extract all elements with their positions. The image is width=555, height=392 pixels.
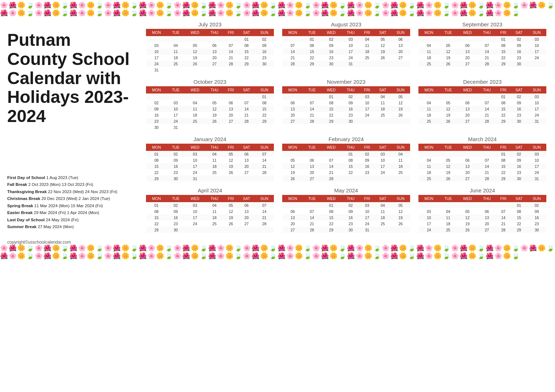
day-cell: 07 xyxy=(496,208,511,214)
table-row: 06070809101112 xyxy=(283,100,410,106)
calendar-table: MONTUEWEDTHUFRISATSUN0102030405060708091… xyxy=(146,86,274,130)
day-cell: 23 xyxy=(255,55,274,61)
day-header: FRI xyxy=(496,195,511,202)
bottom-border: 🌸🌺🌼🍃🌸🌺🌼🍃🌺🌸🌼🍃🌸🌺🌼🍃🌺🌸🌼🍃🌸🌺🌼🍃🌺🌸🌼🍃🌸🌺🌼🍃🌺🌸🌼🍃🌸🌺🌼🍃… xyxy=(0,245,555,259)
day-header: MON xyxy=(419,144,439,151)
day-cell: 15 xyxy=(321,106,341,112)
day-cell xyxy=(146,36,167,43)
day-cell: 18 xyxy=(374,214,391,221)
day-cell: 06 xyxy=(205,42,224,48)
day-cell: 17 xyxy=(167,112,185,118)
day-cell: 20 xyxy=(238,214,255,221)
day-cell: 29 xyxy=(255,118,274,124)
table-row: 0102030405 xyxy=(283,202,410,209)
day-header: SUN xyxy=(255,195,274,202)
day-header: WED xyxy=(321,29,341,36)
day-cell: 01 xyxy=(255,93,274,100)
day-cell: 02 xyxy=(341,93,360,100)
day-cell: 14 xyxy=(224,48,238,55)
table-row: 08091011121314 xyxy=(146,208,274,214)
day-cell: 19 xyxy=(439,55,457,61)
table-row: 13141516171819 xyxy=(283,106,410,112)
calendar-month: August 2023MONTUEWEDTHUFRISATSUN01020304… xyxy=(281,20,412,74)
top-border: 🌸🌺🌼🍃🌸🌺🌼🍃🌺🌸🌼🍃🌸🌺🌼🍃🌺🌸🌼🍃🌸🌺🌼🍃🌺🌸🌼🍃🌸🌺🌼🍃🌺🌸🌼🍃🌸🌺🌼🍃… xyxy=(0,2,555,16)
day-cell: 04 xyxy=(167,42,185,48)
day-header: FRI xyxy=(360,144,374,151)
day-cell: 21 xyxy=(496,221,511,227)
table-row: 2728293031 xyxy=(283,227,410,233)
day-cell xyxy=(360,175,374,182)
day-cell xyxy=(439,202,457,209)
day-cell xyxy=(185,124,205,130)
day-header: WED xyxy=(321,195,341,202)
table-row: 18192021222324 xyxy=(419,112,546,118)
day-cell xyxy=(321,151,341,157)
day-cell: 03 xyxy=(341,36,360,43)
table-row: 010203 xyxy=(419,36,546,43)
day-cell: 28 xyxy=(478,175,496,182)
day-header: MON xyxy=(146,87,167,93)
day-header: SAT xyxy=(238,144,255,151)
table-row: 22232425262728 xyxy=(146,169,274,175)
day-cell xyxy=(205,175,224,182)
day-header: SUN xyxy=(255,144,274,151)
day-cell: 13 xyxy=(457,48,478,55)
day-cell: 18 xyxy=(391,163,410,169)
day-cell xyxy=(457,93,478,100)
day-header: WED xyxy=(185,29,205,36)
day-cell xyxy=(224,175,238,182)
day-cell xyxy=(527,61,546,67)
day-cell: 30 xyxy=(255,61,274,67)
day-header: TUE xyxy=(439,195,457,202)
day-cell: 24 xyxy=(360,112,374,118)
day-cell: 11 xyxy=(391,157,410,163)
table-row: 252627282930 xyxy=(419,61,546,67)
day-cell: 11 xyxy=(419,163,439,169)
day-cell: 26 xyxy=(457,227,478,233)
table-row: 0102 xyxy=(146,36,274,43)
day-cell: 13 xyxy=(457,106,478,112)
day-cell: 15 xyxy=(321,214,341,221)
day-cell: 13 xyxy=(224,106,238,112)
day-cell: 02 xyxy=(255,36,274,43)
day-header: FRI xyxy=(496,29,511,36)
day-cell: 14 xyxy=(478,48,496,55)
table-row: 0102030405 xyxy=(283,93,410,100)
day-cell: 22 xyxy=(496,169,511,175)
day-cell: 06 xyxy=(478,208,496,214)
day-header: MON xyxy=(419,29,439,36)
table-row: 15161718192021 xyxy=(146,214,274,221)
day-cell: 11 xyxy=(167,48,185,55)
day-header: SAT xyxy=(374,195,391,202)
day-cell: 16 xyxy=(321,48,341,55)
day-cell: 06 xyxy=(224,100,238,106)
day-cell: 13 xyxy=(391,42,410,48)
day-header: WED xyxy=(321,144,341,151)
day-cell: 26 xyxy=(439,175,457,182)
day-cell xyxy=(419,93,439,100)
day-cell: 10 xyxy=(146,48,167,55)
day-cell: 22 xyxy=(341,169,360,175)
day-cell: 24 xyxy=(374,169,391,175)
day-cell: 29 xyxy=(146,227,167,233)
day-cell: 27 xyxy=(478,227,496,233)
day-cell: 18 xyxy=(419,55,439,61)
day-cell: 17 xyxy=(341,48,360,55)
legend-section: First Day of School 1 Aug 2023 (Tue)Fall… xyxy=(7,174,134,234)
day-cell: 24 xyxy=(167,118,185,124)
day-cell: 27 xyxy=(283,118,303,124)
day-header: WED xyxy=(457,144,478,151)
day-header: TUE xyxy=(439,87,457,93)
day-cell: 19 xyxy=(391,214,410,221)
day-cell xyxy=(457,151,478,157)
table-row: 18192021222324 xyxy=(419,55,546,61)
day-cell: 28 xyxy=(224,61,238,67)
month-title: December 2023 xyxy=(418,79,546,85)
day-cell: 24 xyxy=(185,221,205,227)
day-cell: 02 xyxy=(341,202,360,209)
day-cell: 05 xyxy=(391,202,410,209)
day-cell: 02 xyxy=(167,202,185,209)
day-cell: 25 xyxy=(391,169,410,175)
day-cell: 03 xyxy=(527,151,546,157)
day-header: SUN xyxy=(391,87,410,93)
